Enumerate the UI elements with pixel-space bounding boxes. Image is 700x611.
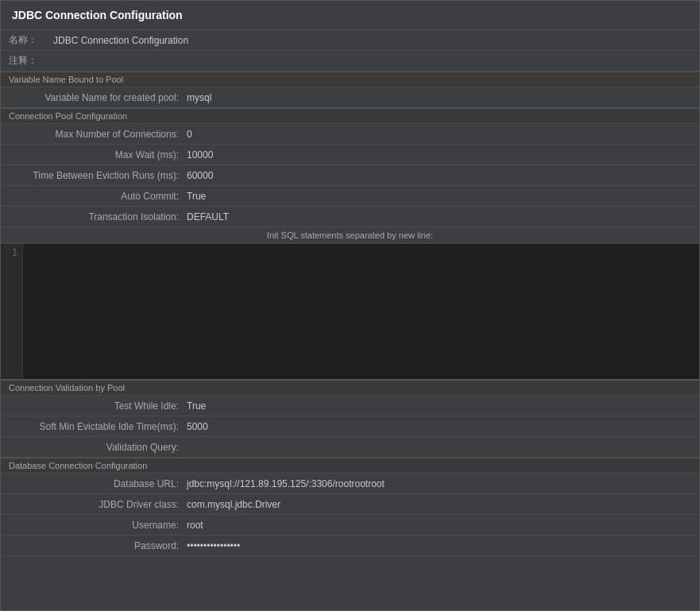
auto-commit-label: Auto Commit: [1,191,184,202]
line-number-1: 1 [6,247,17,258]
name-value: JDBC Connection Configuration [48,35,188,46]
eviction-runs-value: 60000 [184,170,699,181]
line-numbers: 1 [1,244,23,379]
soft-min-evictable-value: 5000 [184,421,699,432]
jdbc-driver-row: JDBC Driver class: com.mysql.jdbc.Driver [1,494,699,515]
max-connections-label: Max Number of Connections: [1,129,184,140]
database-url-row: Database URL: jdbc:mysql://121.89.195.12… [1,474,699,494]
max-wait-row: Max Wait (ms): 10000 [1,145,699,165]
max-wait-value: 10000 [184,149,699,160]
page-title: JDBC Connection Configuration [1,1,699,30]
password-row: Password: •••••••••••••••• [1,536,699,556]
eviction-runs-row: Time Between Eviction Runs (ms): 60000 [1,165,699,186]
name-row: 名称： JDBC Connection Configuration [1,30,699,51]
auto-commit-row: Auto Commit: True [1,186,699,207]
test-while-idle-label: Test While Idle: [1,400,184,412]
soft-min-evictable-row: Soft Min Evictable Idle Time(ms): 5000 [1,416,699,437]
transaction-isolation-label: Transaction Isolation: [1,211,184,222]
validation-query-row: Validation Query: [1,437,699,458]
soft-min-evictable-label: Soft Min Evictable Idle Time(ms): [1,421,184,432]
jdbc-driver-label: JDBC Driver class: [1,499,184,510]
annotation-label: 注释： [9,54,37,68]
eviction-runs-label: Time Between Eviction Runs (ms): [1,170,184,181]
annotation-row: 注释： [1,51,699,72]
variable-name-pool-value: mysql [184,92,699,103]
test-while-idle-row: Test While Idle: True [1,396,699,416]
validation-query-label: Validation Query: [1,442,184,453]
database-url-value: jdbc:mysql://121.89.195.125/:3306/rootro… [184,478,699,489]
name-label: 名称： [9,33,48,47]
section-connection-pool: Connection Pool Configuration [1,108,699,124]
sql-input[interactable] [23,244,699,379]
database-url-label: Database URL: [1,478,184,489]
username-label: Username: [1,520,184,531]
max-connections-value: 0 [184,129,699,140]
password-value: •••••••••••••••• [184,540,699,551]
test-while-idle-value: True [184,400,699,412]
max-connections-row: Max Number of Connections: 0 [1,124,699,145]
variable-name-pool-row: Variable Name for created pool: mysql [1,87,699,108]
jdbc-driver-value: com.mysql.jdbc.Driver [184,499,699,510]
max-wait-label: Max Wait (ms): [1,149,184,160]
transaction-isolation-row: Transaction Isolation: DEFAULT [1,207,699,227]
auto-commit-value: True [184,191,699,202]
transaction-isolation-value: DEFAULT [184,211,699,222]
username-value: root [184,520,699,531]
section-database-connection: Database Connection Configuration [1,458,699,474]
password-label: Password: [1,540,184,551]
username-row: Username: root [1,515,699,536]
sql-header: Init SQL statements separated by new lin… [1,227,699,244]
variable-name-pool-label: Variable Name for created pool: [1,92,184,103]
section-variable-bound: Variable Name Bound to Pool [1,72,699,87]
sql-editor-area: 1 [1,244,699,380]
main-container: JDBC Connection Configuration 名称： JDBC C… [0,0,700,611]
section-connection-validation: Connection Validation by Pool [1,380,699,396]
